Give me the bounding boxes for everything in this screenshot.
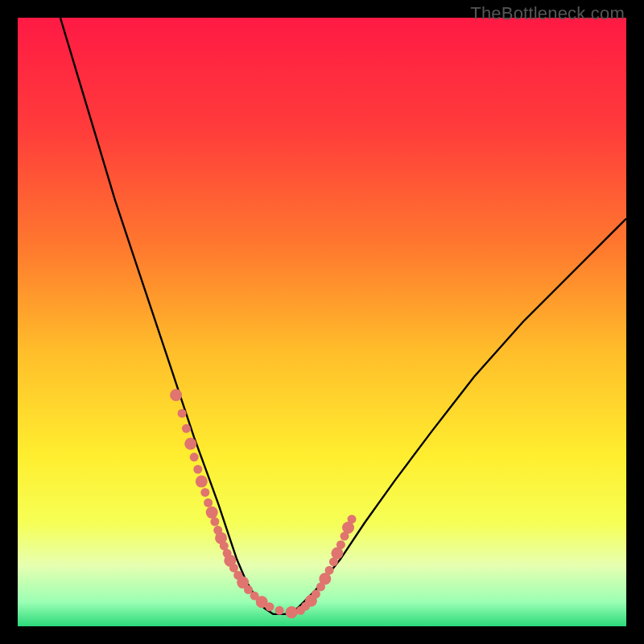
- marker-dot: [336, 540, 345, 549]
- marker-dot: [170, 389, 182, 401]
- marker-dot: [204, 498, 213, 507]
- marker-dot: [325, 566, 334, 575]
- marker-dot: [210, 518, 219, 526]
- marker-dot: [178, 409, 187, 418]
- marker-dot: [190, 452, 199, 461]
- marker-dot: [182, 424, 191, 433]
- marker-dot: [193, 465, 202, 474]
- watermark-text: TheBottleneck.com: [470, 3, 625, 24]
- marker-dot: [184, 438, 196, 450]
- marker-dot: [196, 476, 208, 488]
- gradient-background: [18, 18, 626, 626]
- marker-dot: [312, 589, 320, 598]
- marker-dot: [206, 506, 218, 518]
- marker-dot: [200, 488, 209, 497]
- bottleneck-plot: [18, 18, 626, 626]
- marker-dot: [348, 514, 357, 523]
- marker-dot: [275, 606, 284, 615]
- plot-frame: [18, 18, 626, 626]
- marker-dot: [286, 606, 298, 618]
- marker-dot: [266, 602, 275, 611]
